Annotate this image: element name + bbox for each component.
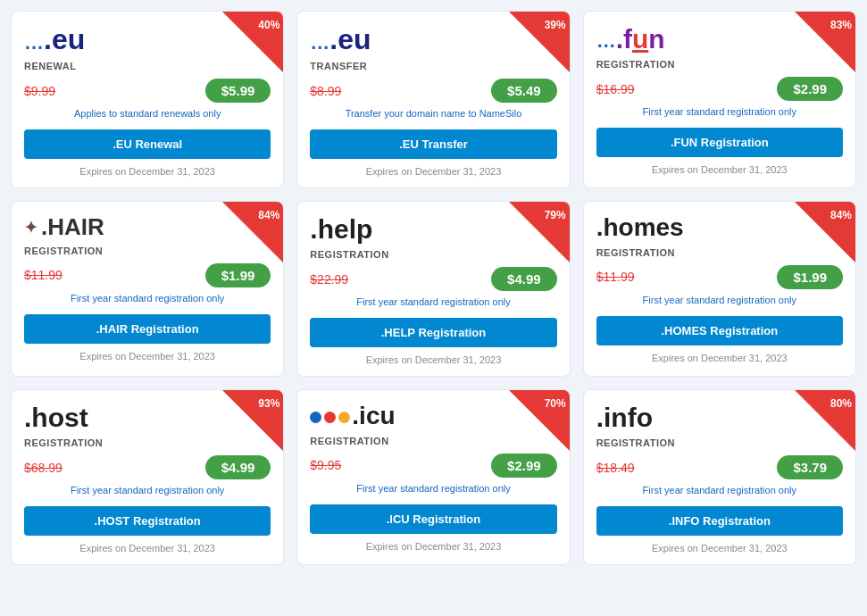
- discount-text: 84%: [258, 209, 279, 221]
- action-button[interactable]: .EU Renewal: [24, 129, 271, 159]
- discount-text: 39%: [545, 19, 566, 31]
- card-eu-transfer: 39% ….eu TRANSFER $8.99 $5.49 Transfer y…: [296, 11, 570, 188]
- price-row: $68.99 $4.99: [24, 455, 271, 479]
- discount-text: 83%: [830, 19, 852, 31]
- old-price: $9.95: [310, 458, 341, 472]
- old-price: $68.99: [24, 461, 63, 475]
- price-row: $22.99 $4.99: [310, 267, 556, 291]
- promo-note: First year standard registration only: [310, 296, 556, 309]
- price-row: $9.99 $5.99: [24, 79, 271, 103]
- deals-grid: 40% ….eu RENEWAL $9.99 $5.99 Applies to …: [11, 11, 856, 565]
- expiry-text: Expires on December 31, 2023: [310, 166, 556, 177]
- discount-text: 40%: [258, 19, 279, 31]
- price-row: $11.99 $1.99: [596, 265, 843, 289]
- action-button[interactable]: .HOMES Registration: [596, 316, 843, 345]
- discount-text: 93%: [258, 397, 279, 410]
- expiry-text: Expires on December 31, 2023: [596, 353, 843, 363]
- old-price: $22.99: [310, 272, 348, 287]
- new-price: $1.99: [205, 263, 271, 287]
- action-button[interactable]: .HOST Registration: [24, 506, 271, 536]
- action-button[interactable]: .EU Transfer: [310, 129, 556, 159]
- price-row: $11.99 $1.99: [24, 263, 271, 287]
- old-price: $16.99: [596, 82, 635, 96]
- old-price: $11.99: [24, 268, 63, 282]
- expiry-text: Expires on December 31, 2023: [24, 166, 271, 177]
- price-row: $8.99 $5.49: [310, 79, 556, 103]
- discount-text: 70%: [545, 397, 566, 410]
- old-price: $18.49: [596, 461, 635, 475]
- expiry-text: Expires on December 31, 2023: [596, 164, 843, 175]
- action-button[interactable]: .FUN Registration: [596, 128, 843, 157]
- action-button[interactable]: .INFO Registration: [596, 506, 843, 536]
- card-eu-renewal: 40% ….eu RENEWAL $9.99 $5.99 Applies to …: [11, 11, 284, 188]
- promo-note: First year standard registration only: [596, 485, 843, 497]
- price-row: $16.99 $2.99: [596, 77, 843, 101]
- price-row: $9.95 $2.99: [310, 454, 556, 478]
- promo-note: First year standard registration only: [596, 106, 843, 119]
- price-row: $18.49 $3.79: [596, 455, 843, 479]
- card-host-registration: 93% .host REGISTRATION $68.99 $4.99 Firs…: [11, 389, 284, 565]
- card-help-registration: 79% .help REGISTRATION $22.99 $4.99 Firs…: [296, 201, 570, 377]
- expiry-text: Expires on December 31, 2023: [596, 543, 843, 554]
- promo-note: First year standard registration only: [596, 295, 843, 307]
- action-button[interactable]: .HAIR Registration: [24, 314, 271, 344]
- card-icu-registration: 70% .icu REGISTRATION $9.95 $2.99 First …: [296, 389, 570, 565]
- discount-text: 84%: [830, 209, 852, 221]
- promo-note: Applies to standard renewals only: [24, 108, 271, 121]
- expiry-text: Expires on December 31, 2023: [24, 351, 271, 362]
- new-price: $4.99: [205, 455, 271, 479]
- new-price: $1.99: [777, 265, 843, 289]
- card-fun-registration: 83% ….fun REGISTRATION $16.99 $2.99 Firs…: [583, 11, 856, 188]
- new-price: $5.99: [205, 79, 271, 103]
- action-button[interactable]: .ICU Registration: [310, 504, 556, 534]
- new-price: $4.99: [491, 267, 557, 291]
- expiry-text: Expires on December 31, 2023: [310, 354, 556, 365]
- expiry-text: Expires on December 31, 2023: [24, 543, 271, 554]
- new-price: $5.49: [491, 79, 557, 103]
- old-price: $11.99: [596, 270, 635, 284]
- promo-note: First year standard registration only: [24, 485, 271, 497]
- promo-note: First year standard registration only: [24, 293, 271, 305]
- old-price: $8.99: [310, 84, 341, 98]
- card-info-registration: 80% .info REGISTRATION $18.49 $3.79 Firs…: [583, 389, 856, 565]
- card-hair-registration: 84% ✦.HAIR REGISTRATION $11.99 $1.99 Fir…: [11, 201, 284, 377]
- promo-note: Transfer your domain name to NameSilo: [310, 108, 556, 121]
- new-price: $2.99: [491, 454, 557, 478]
- discount-text: 79%: [545, 209, 566, 221]
- new-price: $3.79: [777, 455, 843, 479]
- expiry-text: Expires on December 31, 2023: [310, 541, 556, 552]
- discount-text: 80%: [830, 397, 852, 410]
- new-price: $2.99: [777, 77, 843, 101]
- promo-note: First year standard registration only: [310, 483, 556, 495]
- card-homes-registration: 84% .homes REGISTRATION $11.99 $1.99 Fir…: [583, 201, 856, 377]
- action-button[interactable]: .HELP Registration: [310, 318, 556, 347]
- old-price: $9.99: [24, 84, 55, 98]
